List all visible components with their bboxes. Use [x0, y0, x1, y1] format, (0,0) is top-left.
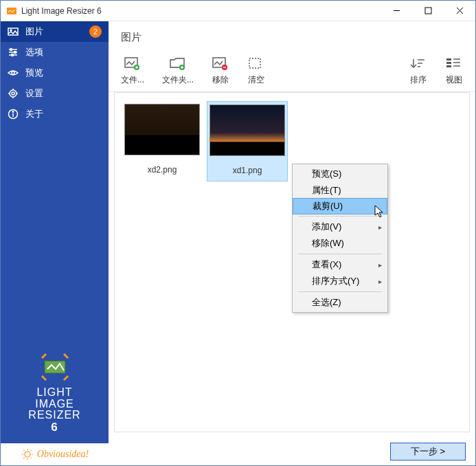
remove-button[interactable]: 移除 [212, 56, 229, 86]
thumbnail-filename: xd1.png [233, 166, 262, 175]
sliders-icon [8, 47, 19, 58]
sidebar-item-label: 关于 [25, 108, 102, 120]
svg-point-10 [10, 49, 12, 51]
sort-icon [409, 56, 427, 71]
app-title: Light Image Resizer 6 [21, 6, 381, 16]
context-remove[interactable]: 移除(W) [293, 235, 387, 252]
file-add-icon [124, 56, 141, 71]
menu-separator [298, 291, 382, 292]
svg-point-11 [14, 52, 16, 54]
thumbnail-item[interactable]: xd2.png [122, 101, 203, 180]
sidebar-item-label: 图片 [25, 25, 82, 38]
toolbar-label: 视图 [446, 74, 462, 86]
sidebar: 图片 2 选项 预览 设置 关于 LIGHT IMAGE RE [1, 21, 109, 465]
thumbnail-image [124, 104, 200, 155]
view-icon [445, 56, 463, 71]
svg-point-12 [12, 54, 14, 56]
eye-icon [8, 67, 19, 78]
context-view[interactable]: 查看(X) [293, 256, 387, 273]
obviousidea-link[interactable]: Obviousidea! [1, 443, 109, 465]
svg-line-31 [23, 458, 25, 459]
sidebar-item-label: 预览 [25, 67, 102, 79]
obviousidea-text: Obviousidea! [37, 449, 89, 460]
sidebar-logo-text: LIGHT IMAGE RESIZER 6 [28, 387, 80, 434]
remove-icon [212, 56, 229, 71]
title-bar: Light Image Resizer 6 [1, 1, 475, 21]
toolbar-label: 清空 [248, 74, 264, 86]
svg-line-32 [30, 450, 32, 452]
thumbnail-image [209, 104, 285, 156]
svg-rect-50 [446, 65, 451, 67]
toolbar-label: 文件... [121, 74, 144, 86]
toolbar-label: 排序 [410, 74, 427, 86]
menu-separator [298, 254, 382, 254]
clear-button[interactable]: 清空 [247, 56, 265, 86]
context-crop[interactable]: 裁剪(U) [293, 198, 387, 214]
svg-point-14 [10, 90, 16, 97]
svg-rect-2 [425, 8, 431, 14]
window-minimize-button[interactable] [381, 1, 412, 21]
sidebar-item-images[interactable]: 图片 2 [1, 21, 109, 42]
gear-icon [8, 88, 19, 99]
context-add[interactable]: 添加(V) [293, 219, 387, 235]
thumbnail-item[interactable]: xd1.png [207, 101, 288, 181]
app-icon [6, 5, 17, 16]
context-selectall[interactable]: 全选(Z) [293, 294, 387, 311]
context-properties[interactable]: 属性(T) [293, 182, 387, 199]
page-title: 图片 [109, 21, 475, 51]
svg-rect-48 [446, 58, 451, 60]
sidebar-badge: 2 [89, 25, 102, 38]
svg-rect-0 [7, 8, 16, 14]
toolbar-label: 移除 [212, 74, 229, 86]
toolbar: 文件... 文件夹... 移除 清空 排序 视图 [109, 51, 475, 92]
view-button[interactable]: 视图 [445, 56, 463, 86]
svg-point-13 [12, 71, 14, 74]
svg-point-24 [25, 452, 30, 457]
svg-point-15 [12, 92, 14, 95]
clear-icon [247, 56, 265, 71]
info-icon [8, 109, 19, 120]
window-maximize-button[interactable] [412, 1, 444, 21]
footer-bar: 下一步 > [109, 438, 475, 465]
svg-point-6 [10, 30, 12, 31]
sidebar-item-label: 设置 [25, 87, 102, 100]
svg-rect-49 [446, 62, 451, 64]
sidebar-item-options[interactable]: 选项 [1, 42, 109, 63]
next-button[interactable]: 下一步 > [390, 443, 466, 461]
sidebar-item-about[interactable]: 关于 [1, 104, 109, 124]
sidebar-logo: LIGHT IMAGE RESIZER 6 [1, 344, 109, 443]
images-icon [8, 26, 19, 37]
add-folder-button[interactable]: 文件夹... [162, 56, 194, 86]
svg-line-29 [23, 450, 25, 452]
add-file-button[interactable]: 文件... [121, 56, 144, 86]
context-menu: 预览(S) 属性(T) 裁剪(U) 添加(V) 移除(W) 查看(X) 排序方式… [292, 164, 388, 313]
sort-button[interactable]: 排序 [409, 56, 427, 86]
window-close-button[interactable] [444, 1, 475, 21]
context-sortby[interactable]: 排序方式(Y) [293, 273, 387, 289]
context-preview[interactable]: 预览(S) [293, 166, 387, 182]
svg-rect-43 [249, 58, 260, 68]
svg-line-30 [30, 458, 32, 459]
toolbar-label: 文件夹... [162, 74, 194, 86]
sidebar-item-settings[interactable]: 设置 [1, 83, 109, 104]
svg-point-22 [12, 111, 14, 113]
folder-add-icon [169, 56, 187, 71]
sidebar-item-preview[interactable]: 预览 [1, 63, 109, 83]
app-logo-icon [39, 351, 71, 383]
lightbulb-icon [21, 447, 34, 461]
sidebar-item-label: 选项 [25, 46, 102, 58]
thumbnail-filename: xd2.png [148, 165, 177, 175]
menu-separator [298, 216, 382, 217]
